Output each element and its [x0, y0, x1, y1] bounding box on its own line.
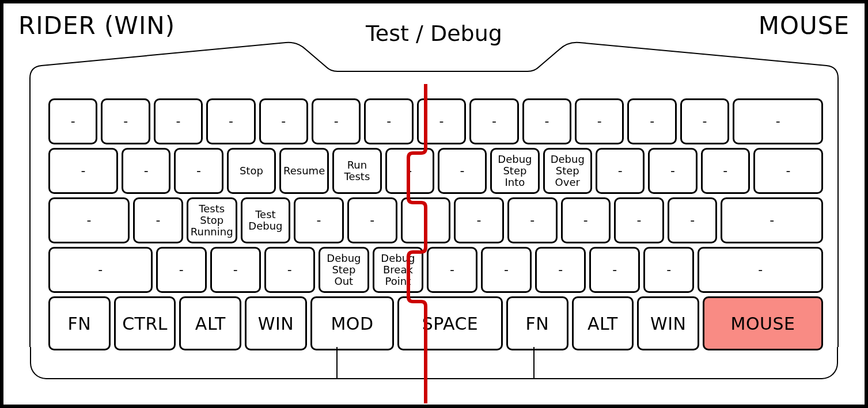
key-r1-14[interactable]: -	[733, 98, 823, 144]
key-alt-right[interactable]: ALT	[572, 296, 634, 350]
key-r3-11[interactable]: -	[614, 197, 664, 243]
key-ctrl[interactable]: CTRL	[114, 296, 176, 350]
key-run-tests[interactable]: Run Tests	[332, 148, 381, 194]
key-r3-10[interactable]: -	[561, 197, 611, 243]
key-mouse[interactable]: MOUSE	[703, 296, 823, 350]
key-resume[interactable]: Resume	[279, 148, 329, 194]
key-r1-6[interactable]: -	[312, 98, 361, 144]
key-r1-12[interactable]: -	[627, 98, 676, 144]
key-debug-step-into[interactable]: Debug Step Into	[490, 148, 539, 194]
key-r3-6[interactable]: -	[347, 197, 397, 243]
key-r2-1[interactable]: -	[48, 148, 118, 194]
key-tests-stop-running[interactable]: Tests Stop Running	[187, 197, 237, 243]
key-r3-5[interactable]: -	[294, 197, 344, 243]
key-r4-11[interactable]: -	[643, 247, 694, 293]
key-r2-13[interactable]: -	[701, 148, 750, 194]
key-r1-8[interactable]: -	[417, 98, 466, 144]
key-r1-4[interactable]: -	[206, 98, 255, 144]
key-stop[interactable]: Stop	[227, 148, 276, 194]
row-2: - - - Stop Resume Run Tests - - Debug St…	[48, 148, 823, 194]
keyboard-grid: - - - - - - - - - - - - - - - - - Stop R…	[48, 98, 823, 350]
key-r1-10[interactable]: -	[522, 98, 571, 144]
key-r3-2[interactable]: -	[133, 197, 183, 243]
key-fn-left[interactable]: FN	[48, 296, 111, 350]
key-r2-7[interactable]: -	[385, 148, 434, 194]
key-r4-4[interactable]: -	[264, 247, 315, 293]
row-4: - - - - Debug Step Out Debug Break Point…	[48, 247, 823, 293]
key-r4-1[interactable]: -	[48, 247, 153, 293]
key-r1-3[interactable]: -	[154, 98, 203, 144]
key-r1-1[interactable]: -	[48, 98, 97, 144]
key-r3-13[interactable]: -	[721, 197, 822, 243]
key-r3-12[interactable]: -	[668, 197, 718, 243]
key-r3-7[interactable]: -	[401, 197, 451, 243]
key-r3-8[interactable]: -	[454, 197, 504, 243]
key-win-left[interactable]: WIN	[245, 296, 307, 350]
key-r1-11[interactable]: -	[575, 98, 624, 144]
keyboard-layout-frame: RIDER (WIN) Test / Debug MOUSE - - - - -…	[0, 0, 868, 408]
row-3: - - Tests Stop Running Test Debug - - - …	[48, 197, 823, 243]
key-win-right[interactable]: WIN	[637, 296, 699, 350]
row-5: FN CTRL ALT WIN MOD SPACE FN ALT WIN MOU…	[48, 296, 823, 350]
key-r1-7[interactable]: -	[364, 98, 413, 144]
key-r1-2[interactable]: -	[101, 98, 150, 144]
key-r2-12[interactable]: -	[648, 148, 697, 194]
key-space[interactable]: SPACE	[397, 296, 503, 350]
bottom-rail-seg-center	[338, 347, 535, 378]
bottom-rail-seg-right	[535, 347, 837, 378]
header-right-label: MOUSE	[759, 12, 850, 40]
key-r4-10[interactable]: -	[589, 247, 640, 293]
key-debug-step-out[interactable]: Debug Step Out	[319, 247, 369, 293]
key-debug-breakpoint[interactable]: Debug Break Point	[373, 247, 423, 293]
bottom-rail-seg-left	[31, 347, 338, 378]
key-r2-8[interactable]: -	[438, 148, 487, 194]
key-mod[interactable]: MOD	[310, 296, 394, 350]
key-alt-left[interactable]: ALT	[179, 296, 241, 350]
key-r2-2[interactable]: -	[122, 148, 170, 194]
key-r4-7[interactable]: -	[427, 247, 477, 293]
key-r4-8[interactable]: -	[481, 247, 532, 293]
header-left-label: RIDER (WIN)	[18, 12, 175, 40]
key-r1-9[interactable]: -	[469, 98, 518, 144]
key-r2-11[interactable]: -	[596, 148, 645, 194]
row-1: - - - - - - - - - - - - - -	[48, 98, 823, 144]
key-r3-1[interactable]: -	[48, 197, 130, 243]
key-r2-3[interactable]: -	[174, 148, 223, 194]
key-debug-step-over[interactable]: Debug Step Over	[543, 148, 592, 194]
key-r1-13[interactable]: -	[680, 98, 729, 144]
header-center-label: Test / Debug	[366, 21, 502, 46]
bottom-rail	[30, 347, 838, 379]
key-r4-3[interactable]: -	[210, 247, 261, 293]
key-r3-9[interactable]: -	[507, 197, 558, 243]
key-r1-5[interactable]: -	[259, 98, 308, 144]
key-r4-12[interactable]: -	[698, 247, 823, 293]
key-fn-right[interactable]: FN	[506, 296, 568, 350]
key-r2-14[interactable]: -	[753, 148, 823, 194]
key-r4-2[interactable]: -	[156, 247, 207, 293]
key-r4-9[interactable]: -	[535, 247, 586, 293]
key-test-debug[interactable]: Test Debug	[241, 197, 291, 243]
